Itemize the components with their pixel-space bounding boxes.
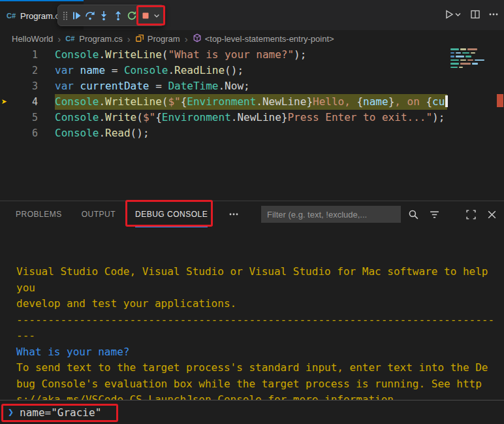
breadcrumb-label: Program.cs <box>79 34 122 44</box>
overview-ruler-debug-marker <box>497 94 503 107</box>
code-line[interactable]: 2var name = Console.ReadLine(); <box>0 63 448 78</box>
code-line[interactable]: 3var currentDate = DateTime.Now; <box>0 78 448 94</box>
line-number: 5 <box>17 110 38 125</box>
breakpoint-gutter[interactable] <box>0 125 17 141</box>
console-line: ----------------------------------------… <box>16 312 504 329</box>
debug-stop-icon[interactable] <box>138 7 152 24</box>
debug-console-input-row[interactable]: ❯ name="Gracie" <box>0 400 504 424</box>
maximize-panel-icon[interactable] <box>464 206 478 222</box>
breadcrumb-label: Program <box>148 34 180 44</box>
line-number: 2 <box>17 63 38 78</box>
breadcrumb-label: <top-level-statements-entry-point> <box>205 34 334 44</box>
code-line[interactable]: ➤4Console.WriteLine($"{Environment.NewLi… <box>0 94 448 110</box>
tab-output[interactable]: OUTPUT <box>82 201 116 227</box>
method-symbol-icon <box>193 33 202 44</box>
breadcrumb-item-file[interactable]: C# Program.cs <box>65 34 122 44</box>
code-text: Console.Read(); <box>38 125 150 141</box>
tab-bar: C# Program.cs <box>0 0 504 30</box>
code-text: Console.WriteLine($"{Environment.NewLine… <box>38 94 448 110</box>
toolbar-drag-grip-icon[interactable] <box>61 7 69 24</box>
overview-ruler <box>496 47 504 201</box>
close-panel-icon[interactable] <box>484 206 499 222</box>
debug-continue-icon[interactable] <box>69 7 83 24</box>
code-text: var name = Console.ReadLine(); <box>38 63 244 78</box>
tab-debug-console[interactable]: DEBUG CONSOLE <box>135 201 208 227</box>
console-prompt-chevron-icon: ❯ <box>8 406 14 418</box>
line-number: 3 <box>17 78 38 94</box>
text-cursor <box>445 95 448 107</box>
console-line: s://aka.ms/VSCode-CS-LaunchJson-Console … <box>16 392 504 400</box>
breadcrumb-separator-icon: › <box>185 34 188 44</box>
breakpoint-gutter[interactable] <box>0 47 17 63</box>
code-text: Console.Write($"{Environment.NewLine}Pre… <box>38 110 445 125</box>
filter-icon[interactable] <box>427 206 441 222</box>
tab-problems[interactable]: PROBLEMS <box>16 201 62 227</box>
code-text: Console.WriteLine("What is your name?"); <box>38 47 306 63</box>
breadcrumb-label: HelloWorld <box>12 34 53 44</box>
console-line: To send text to the target process's sta… <box>16 360 504 376</box>
console-line: you <box>16 280 504 297</box>
console-lines: Visual Studio Code, Visual Studio or Vis… <box>16 264 504 400</box>
debug-restart-icon[interactable] <box>125 7 138 24</box>
breadcrumb-item-class[interactable]: Program <box>135 33 180 44</box>
line-number: 4 <box>17 94 38 110</box>
line-number: 6 <box>17 125 38 141</box>
more-actions-icon[interactable] <box>488 6 499 23</box>
debug-current-line-arrow-icon[interactable]: ➤ <box>0 94 17 110</box>
stop-options-chevron-icon[interactable] <box>153 7 161 24</box>
console-filter-input[interactable] <box>261 206 401 223</box>
search-icon[interactable] <box>406 206 420 222</box>
minimap[interactable] <box>450 48 494 199</box>
breakpoint-gutter[interactable] <box>0 63 17 78</box>
breadcrumb-separator-icon: › <box>57 34 61 44</box>
debug-console-output: Visual Studio Code, Visual Studio or Vis… <box>0 227 504 400</box>
run-or-debug-icon[interactable] <box>444 6 462 23</box>
panel-tab-bar: PROBLEMS OUTPUT DEBUG CONSOLE <box>0 201 504 227</box>
breadcrumb-item-method[interactable]: <top-level-statements-entry-point> <box>193 33 334 44</box>
code-line[interactable]: 5Console.Write($"{Environment.NewLine}Pr… <box>0 110 448 125</box>
debug-step-out-icon[interactable] <box>111 7 125 24</box>
console-line: develop and test your applications. <box>16 296 504 312</box>
breadcrumb-separator-icon: › <box>127 34 131 44</box>
console-line: What is your name? <box>16 344 504 361</box>
code-lines: 1Console.WriteLine("What is your name?")… <box>0 47 448 141</box>
csharp-file-icon: C# <box>7 12 17 20</box>
code-editor[interactable]: 1Console.WriteLine("What is your name?")… <box>0 47 448 201</box>
console-line: bug Console's evaluation box while the t… <box>16 376 504 393</box>
code-line[interactable]: 1Console.WriteLine("What is your name?")… <box>0 47 448 63</box>
class-symbol-icon <box>135 33 144 44</box>
split-editor-icon[interactable] <box>470 6 480 23</box>
panel-actions <box>406 206 499 222</box>
debug-step-over-icon[interactable] <box>84 7 97 24</box>
breadcrumb: HelloWorld › C# Program.cs › Program › <… <box>0 30 504 47</box>
console-line: Visual Studio Code, Visual Studio or Vis… <box>16 264 504 280</box>
breakpoint-gutter[interactable] <box>0 78 17 94</box>
line-number: 1 <box>17 47 38 63</box>
debug-toolbar <box>57 5 165 26</box>
console-input-value[interactable]: name="Gracie" <box>20 406 101 419</box>
console-line: --- <box>16 328 504 344</box>
editor-actions <box>444 6 499 23</box>
code-line[interactable]: 6Console.Read(); <box>0 125 448 141</box>
csharp-file-icon: C# <box>65 35 76 42</box>
breadcrumb-item-folder[interactable]: HelloWorld <box>12 34 53 44</box>
debug-step-into-icon[interactable] <box>97 7 111 24</box>
breakpoint-gutter[interactable] <box>0 110 17 125</box>
code-text: var currentDate = DateTime.Now; <box>38 78 250 94</box>
panel-more-actions-icon[interactable] <box>228 201 239 227</box>
